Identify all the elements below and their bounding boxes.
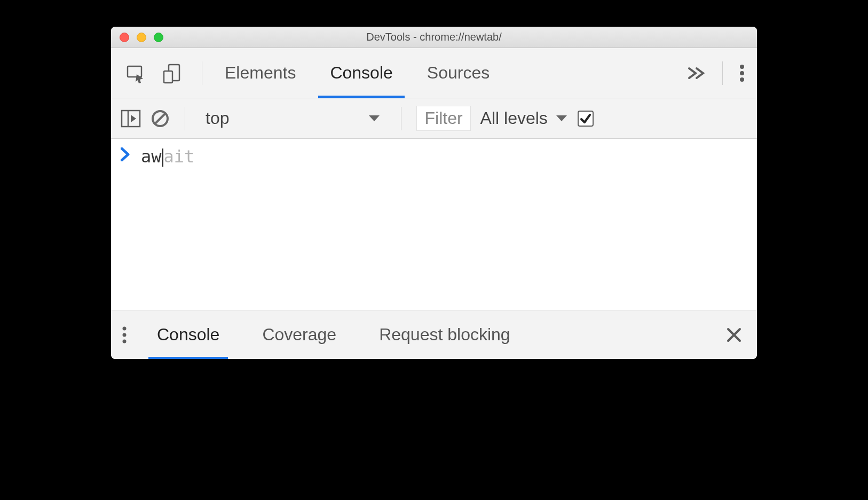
svg-point-12 [123,339,127,343]
titlebar: DevTools - chrome://newtab/ [111,27,757,48]
separator [202,61,202,85]
kebab-menu-icon[interactable] [121,325,128,345]
main-tabbar: Elements Console Sources [111,48,757,98]
tab-sources[interactable]: Sources [410,48,507,98]
drawer-tab-console[interactable]: Console [143,310,233,359]
minimize-window-button[interactable] [137,33,146,42]
levels-label: All levels [480,108,548,128]
context-label: top [206,108,229,128]
filter-placeholder: Filter [424,108,462,128]
filter-input[interactable]: Filter [416,106,470,131]
log-levels-selector[interactable]: All levels [480,108,568,128]
svg-rect-2 [164,71,172,83]
svg-point-10 [123,326,127,330]
close-window-button[interactable] [120,33,129,42]
devtools-window: DevTools - chrome://newtab/ Elements Con… [111,27,757,359]
separator [722,61,723,85]
drawer-tab-coverage[interactable]: Coverage [248,310,350,359]
text-cursor [162,149,163,167]
drawer-tabbar: Console Coverage Request blocking [111,310,757,359]
tab-console[interactable]: Console [313,48,409,98]
tab-elements[interactable]: Elements [208,48,313,98]
svg-line-9 [155,113,165,124]
window-title: DevTools - chrome://newtab/ [111,31,757,43]
more-tabs-icon[interactable] [686,65,707,81]
settings-checkbox[interactable] [578,111,594,127]
inspect-element-icon[interactable] [125,62,146,84]
svg-point-11 [123,333,127,337]
clear-console-icon[interactable] [151,109,170,128]
prompt-indicator-icon [121,147,130,161]
svg-point-4 [740,71,744,75]
console-autocomplete-ghost: ait [164,146,195,167]
device-toggle-icon[interactable] [161,62,183,84]
console-output[interactable]: await [111,139,757,310]
zoom-window-button[interactable] [154,33,163,42]
console-input-typed: aw [141,146,162,167]
console-prompt[interactable]: await [111,139,757,174]
drawer-tab-request-blocking[interactable]: Request blocking [365,310,524,359]
svg-point-5 [740,77,744,82]
console-toolbar: top Filter All levels [111,98,757,139]
chevron-down-icon [555,114,568,123]
close-drawer-icon[interactable] [726,327,747,343]
separator [185,107,185,130]
execution-context-selector[interactable]: top [200,108,386,128]
window-controls [111,33,163,42]
toggle-sidebar-icon[interactable] [121,110,141,128]
separator [401,107,401,130]
svg-point-3 [740,65,744,69]
svg-rect-0 [128,66,141,77]
kebab-menu-icon[interactable] [738,62,746,84]
chevron-down-icon [368,114,381,123]
